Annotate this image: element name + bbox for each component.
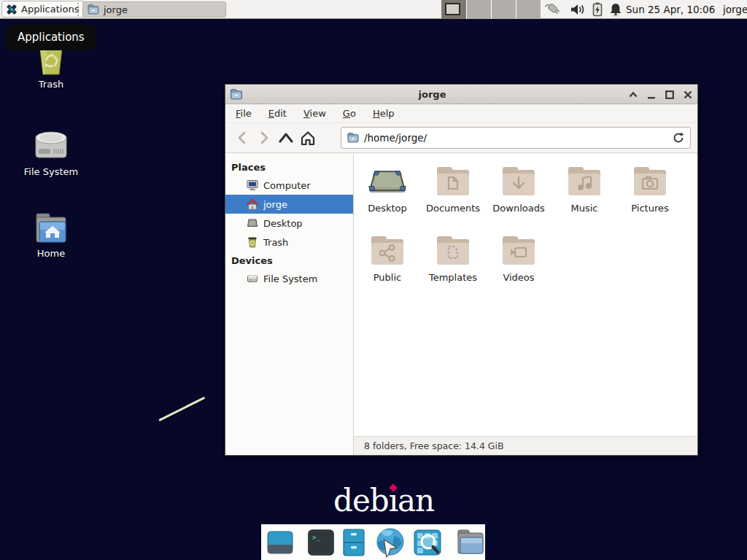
sidebar-item-file-system[interactable]: File System <box>225 269 353 288</box>
folder-shortcut[interactable] <box>455 529 486 556</box>
notification-bell-icon[interactable] <box>609 2 622 17</box>
sidebar-item-label: File System <box>263 273 317 284</box>
show-desktop-button[interactable] <box>266 529 294 556</box>
folder-label: Downloads <box>492 203 544 214</box>
sidebar-item-jorge[interactable]: jorge <box>225 195 353 214</box>
folder-item-public[interactable]: Public <box>355 230 420 300</box>
folder-item-documents[interactable]: Documents <box>420 161 486 230</box>
window-titlebar[interactable]: jorge <box>225 85 697 104</box>
forward-button[interactable] <box>253 127 275 149</box>
window-folder-icon <box>230 89 243 100</box>
trash-small-icon <box>247 236 258 248</box>
folder-item-pictures[interactable]: Pictures <box>617 161 683 230</box>
up-button[interactable] <box>275 127 297 149</box>
desktop-icon-file-system[interactable]: File System <box>11 128 91 177</box>
downloads-folder-icon <box>501 167 536 196</box>
panel-handle <box>77 3 80 16</box>
volume-icon[interactable] <box>570 3 586 16</box>
maximize-button[interactable] <box>665 90 675 100</box>
panel-clock[interactable]: Sun 25 Apr, 10:06 <box>626 0 715 19</box>
app-finder-icon <box>413 528 442 557</box>
sidebar-item-computer[interactable]: Computer <box>225 176 353 195</box>
file-view: Desktop Documents <box>354 154 697 455</box>
desktop-folder-icon <box>367 167 408 196</box>
menu-go[interactable]: Go <box>343 108 356 119</box>
sidebar-item-label: jorge <box>263 199 287 210</box>
folder-item-downloads[interactable]: Downloads <box>486 161 551 230</box>
sidebar-header-places: Places <box>225 158 353 176</box>
web-browser-globe-icon <box>373 527 406 558</box>
folder-label: Pictures <box>631 203 668 214</box>
videos-folder-icon <box>501 236 536 265</box>
address-folder-icon <box>347 133 359 143</box>
menu-file[interactable]: File <box>236 108 252 119</box>
address-input[interactable]: /home/jorge/ <box>364 132 667 144</box>
wordmark-part: deb <box>333 483 389 518</box>
workspace-switcher[interactable] <box>441 0 541 19</box>
workspace-window-preview <box>445 3 460 15</box>
hard-drive-icon <box>33 128 69 163</box>
folder-item-desktop[interactable]: Desktop <box>355 161 420 230</box>
panel-user-menu[interactable]: jorge <box>723 0 747 19</box>
applications-menu-button[interactable]: Applications <box>1 1 85 18</box>
dock-panel: >_ <box>261 524 485 560</box>
web-browser-launcher[interactable] <box>373 527 406 558</box>
sidebar-item-label: Desktop <box>263 218 303 229</box>
desktop-icon-home[interactable]: Home <box>11 211 91 259</box>
templates-folder-icon <box>436 236 471 265</box>
statusbar: 8 folders, Free space: 14.4 GiB <box>354 436 697 455</box>
taskbar-window-button[interactable]: jorge <box>82 1 226 18</box>
desktop-icon-label: Trash <box>11 79 91 90</box>
home-icon <box>247 198 258 210</box>
show-desktop-icon <box>266 529 294 556</box>
close-button[interactable] <box>683 90 693 100</box>
sidebar-item-desktop[interactable]: Desktop <box>225 214 353 233</box>
desktop-artifact-line <box>158 397 205 421</box>
power-plug-icon[interactable] <box>545 1 564 18</box>
menu-help[interactable]: Help <box>373 108 395 119</box>
menu-view[interactable]: View <box>303 108 326 119</box>
reload-icon[interactable] <box>673 132 684 144</box>
address-bar[interactable]: /home/jorge/ <box>341 127 691 149</box>
drive-small-icon <box>247 273 258 284</box>
sidebar-header-devices: Devices <box>225 252 353 269</box>
terminal-launcher[interactable]: >_ <box>307 529 335 556</box>
system-tray <box>545 0 622 19</box>
minimize-button[interactable] <box>646 90 657 100</box>
home-button[interactable] <box>297 127 319 149</box>
computer-icon <box>247 179 258 191</box>
home-folder-icon <box>33 211 69 245</box>
dock-folder-icon <box>455 529 486 556</box>
workspace-2[interactable] <box>466 0 491 19</box>
sidebar-item-trash[interactable]: Trash <box>225 233 353 252</box>
folder-label: Public <box>374 272 401 283</box>
toolbar: /home/jorge/ <box>225 123 697 153</box>
desktop-icon-label: File System <box>11 166 91 177</box>
battery-icon[interactable] <box>592 2 603 17</box>
folder-item-music[interactable]: Music <box>551 161 617 230</box>
applications-tooltip: Applications <box>6 24 96 50</box>
desktop-icon-label: Home <box>11 248 91 259</box>
back-button[interactable] <box>231 127 253 149</box>
workspace-3[interactable] <box>491 0 516 19</box>
shade-button[interactable] <box>628 90 638 100</box>
folder-label: Desktop <box>368 203 407 214</box>
folder-item-templates[interactable]: Templates <box>420 230 486 300</box>
folder-label: Videos <box>503 272 534 283</box>
workspace-1[interactable] <box>441 0 466 19</box>
folder-item-videos[interactable]: Videos <box>486 230 551 300</box>
debian-wordmark: debıan <box>333 483 434 518</box>
file-manager-launcher[interactable] <box>341 529 366 556</box>
public-folder-icon <box>370 236 405 265</box>
menu-edit[interactable]: Edit <box>268 108 287 119</box>
pictures-folder-icon <box>632 167 667 196</box>
folder-label: Templates <box>429 272 477 283</box>
app-finder-launcher[interactable] <box>413 528 442 557</box>
menubar: File Edit View Go Help <box>225 104 697 123</box>
workspace-4[interactable] <box>516 0 541 19</box>
music-folder-icon <box>567 167 602 196</box>
applications-icon <box>6 4 18 15</box>
folder-label: Documents <box>426 203 480 214</box>
documents-folder-icon <box>436 167 471 196</box>
file-grid: Desktop Documents <box>355 161 697 435</box>
